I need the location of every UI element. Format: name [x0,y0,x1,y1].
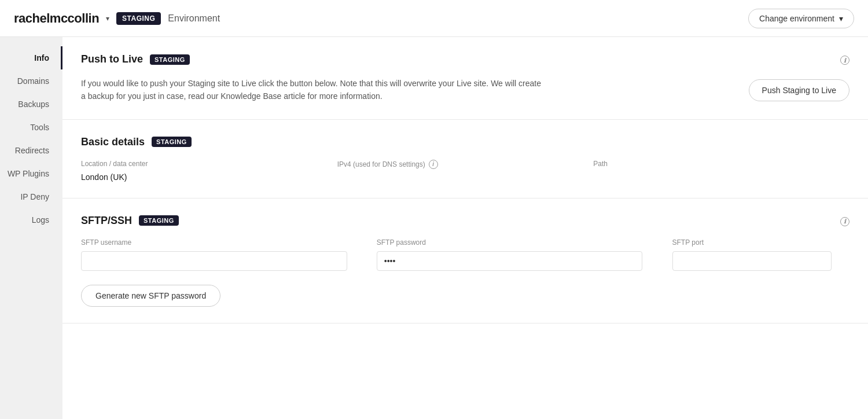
sftp-title: SFTP/SSH [81,215,132,227]
sftp-ssh-section: SFTP/SSH STAGING SFTP username SFTP pass… [62,199,868,324]
sidebar: Info Domains Backups Tools Redirects WP … [0,37,62,419]
sftp-password-field: SFTP password [377,238,672,271]
layout: Info Domains Backups Tools Redirects WP … [0,37,868,419]
basic-details-header: Basic details STAGING [81,136,849,148]
push-description: If you would like to push your Staging s… [81,77,544,103]
basic-details-section: Basic details STAGING Location / data ce… [62,120,868,199]
sidebar-item-logs[interactable]: Logs [0,208,62,231]
sidebar-item-label: Domains [17,76,49,86]
env-badge: STAGING [116,12,161,25]
sidebar-item-wp-plugins[interactable]: WP Plugins [0,162,62,185]
sftp-fields-row: SFTP username SFTP password SFTP port [81,238,849,271]
ipv4-info-icon[interactable]: i [429,160,438,169]
site-name: rachelmccollin [14,11,99,26]
sftp-info-icon[interactable]: ℹ [840,217,849,226]
sidebar-item-label: Logs [32,215,49,225]
sidebar-item-label: Backups [18,100,49,109]
push-staging-to-live-button[interactable]: Push Staging to Live [749,79,849,101]
chevron-down-icon: ▾ [839,14,843,23]
sftp-badge: STAGING [139,215,179,226]
sidebar-item-label: Tools [30,123,49,132]
generate-sftp-password-button[interactable]: Generate new SFTP password [81,285,220,307]
env-label: Environment [168,13,220,24]
push-to-live-badge: STAGING [150,54,190,65]
sftp-password-label: SFTP password [377,238,672,247]
sftp-header: SFTP/SSH STAGING [81,215,849,227]
location-label: Location / data center [81,160,337,168]
sidebar-item-redirects[interactable]: Redirects [0,139,62,162]
push-to-live-header: Push to Live STAGING [81,53,849,65]
location-value: London (UK) [81,172,337,182]
sftp-port-input[interactable] [672,251,832,271]
sidebar-item-backups[interactable]: Backups [0,93,62,116]
sftp-username-input[interactable] [81,251,347,271]
basic-details-title: Basic details [81,136,145,148]
location-field: Location / data center London (UK) [81,160,337,182]
sidebar-item-label: Info [34,53,49,63]
ipv4-label: IPv4 (used for DNS settings) i [337,160,594,169]
change-environment-button[interactable]: Change environment ▾ [748,9,854,28]
site-chevron-icon[interactable]: ▾ [106,14,109,23]
sftp-password-input[interactable] [377,251,643,271]
path-field: Path [593,160,849,182]
sidebar-item-label: IP Deny [20,192,49,201]
header: rachelmccollin ▾ STAGING Environment Cha… [0,0,868,37]
sidebar-item-tools[interactable]: Tools [0,116,62,139]
sidebar-item-info[interactable]: Info [0,46,62,69]
path-label: Path [593,160,849,168]
sidebar-item-label: WP Plugins [8,169,49,178]
header-left: rachelmccollin ▾ STAGING Environment [14,11,220,26]
push-info-icon[interactable]: ℹ [840,56,849,65]
sftp-port-label: SFTP port [672,238,849,247]
push-to-live-section: Push to Live STAGING If you would like t… [62,37,868,120]
sidebar-item-ip-deny[interactable]: IP Deny [0,185,62,208]
push-to-live-title: Push to Live [81,53,143,65]
basic-details-badge: STAGING [152,137,192,147]
main-content: Push to Live STAGING If you would like t… [62,37,868,419]
ipv4-field: IPv4 (used for DNS settings) i [337,160,594,182]
sftp-port-field: SFTP port [672,238,849,271]
sidebar-item-label: Redirects [15,146,49,155]
push-section-body: If you would like to push your Staging s… [81,77,849,103]
basic-details-fields: Location / data center London (UK) IPv4 … [81,160,849,182]
sftp-username-label: SFTP username [81,238,377,247]
sidebar-item-domains[interactable]: Domains [0,69,62,93]
sftp-username-field: SFTP username [81,238,377,271]
